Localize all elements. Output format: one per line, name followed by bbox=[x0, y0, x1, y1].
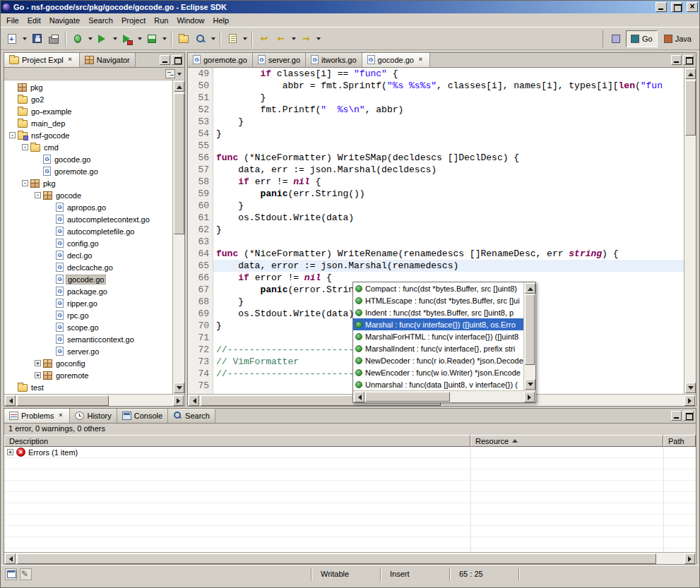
tree-item-gocode-go[interactable]: gocode.go bbox=[4, 273, 172, 285]
window-maximize-button[interactable] bbox=[671, 2, 682, 12]
code-line-53[interactable]: } bbox=[213, 116, 684, 128]
back-button[interactable] bbox=[273, 30, 290, 47]
tree-item-apropos-go[interactable]: apropos.go bbox=[4, 201, 172, 213]
problems-horizontal-scrollbar[interactable] bbox=[4, 552, 696, 564]
popup-horizontal-scrollbar[interactable] bbox=[353, 390, 535, 402]
scrollbar-thumb[interactable] bbox=[174, 93, 184, 234]
code-line-60[interactable]: } bbox=[213, 200, 684, 212]
maximize-view-button[interactable] bbox=[172, 55, 182, 65]
problems-row[interactable]: +Errors (1 item) bbox=[4, 447, 696, 458]
code-line-54[interactable]: } bbox=[213, 128, 684, 140]
perspective-go-button[interactable]: Go bbox=[626, 30, 658, 47]
editor-mark-icon[interactable] bbox=[20, 568, 32, 580]
code-line-58[interactable]: if err != nil { bbox=[213, 176, 684, 188]
completion-item[interactable]: HTMLEscape : func(dst *bytes.Buffer, src… bbox=[353, 294, 523, 306]
collapse-icon[interactable]: - bbox=[22, 180, 28, 186]
tree-item-server-go[interactable]: server.go bbox=[4, 345, 172, 357]
explorer-vertical-scrollbar[interactable] bbox=[172, 80, 184, 394]
scrollbar-thumb[interactable] bbox=[525, 294, 535, 365]
scroll-left-icon[interactable] bbox=[5, 553, 16, 564]
annotations-dropdown-button[interactable] bbox=[241, 30, 249, 47]
open-perspective-button[interactable] bbox=[607, 30, 624, 47]
code-line-57[interactable]: data, err := json.Marshal(decldescs) bbox=[213, 164, 684, 176]
expand-icon[interactable]: + bbox=[35, 360, 41, 366]
code-line-61[interactable]: os.Stdout.Write(data) bbox=[213, 212, 684, 224]
collapse-all-icon[interactable] bbox=[165, 69, 175, 78]
print-button[interactable] bbox=[45, 30, 62, 47]
view-tab-history[interactable]: History bbox=[70, 408, 117, 423]
view-tab-search[interactable]: Search bbox=[168, 408, 215, 423]
scroll-left-icon[interactable] bbox=[189, 395, 199, 406]
scrollbar-thumb[interactable] bbox=[685, 80, 696, 136]
expand-icon[interactable]: + bbox=[35, 372, 41, 378]
close-icon[interactable] bbox=[66, 56, 74, 64]
menu-window[interactable]: Window bbox=[172, 15, 208, 26]
column-header-path[interactable]: Path bbox=[663, 435, 696, 447]
new-dropdown-button[interactable] bbox=[20, 30, 28, 47]
tree-item-pkg[interactable]: pkg bbox=[4, 81, 172, 93]
collapse-icon[interactable]: - bbox=[9, 132, 16, 138]
fast-view-icon[interactable] bbox=[5, 568, 17, 580]
tree-item-semanticcontext-go[interactable]: semanticcontext.go bbox=[4, 333, 172, 345]
window-close-button[interactable] bbox=[687, 2, 698, 12]
code-line-65[interactable]: data, error := json.Marshal(renamedescs) bbox=[213, 260, 684, 272]
completion-item[interactable]: Compact : func(dst *bytes.Buffer, src []… bbox=[353, 282, 523, 294]
scroll-right-icon[interactable] bbox=[173, 395, 184, 406]
run-dropdown-button[interactable] bbox=[111, 30, 119, 47]
completion-item[interactable]: NewEncoder : func(w io.Writer) *json.Enc… bbox=[353, 366, 523, 378]
tree-item-autocompletecontext-go[interactable]: autocompletecontext.go bbox=[4, 213, 172, 225]
editor-tab-gocode-go[interactable]: gocode.go bbox=[362, 52, 430, 67]
view-tab-project-expl[interactable]: Project Expl bbox=[4, 52, 80, 67]
scroll-right-icon[interactable] bbox=[684, 395, 695, 406]
menu-project[interactable]: Project bbox=[117, 15, 150, 26]
scroll-up-icon[interactable] bbox=[525, 283, 535, 294]
run-button[interactable] bbox=[94, 30, 111, 47]
scroll-up-icon[interactable] bbox=[174, 81, 184, 92]
completion-item[interactable]: Indent : func(dst *bytes.Buffer, src []u… bbox=[353, 306, 523, 318]
close-icon[interactable] bbox=[417, 56, 425, 64]
tree-item-goconfig[interactable]: +goconfig bbox=[4, 357, 172, 369]
scroll-right-icon[interactable] bbox=[524, 392, 535, 402]
tree-item-gocode-go[interactable]: gocode.go bbox=[4, 153, 172, 165]
column-header-description[interactable]: Description bbox=[4, 435, 470, 447]
last-edit-button[interactable] bbox=[256, 30, 273, 47]
code-line-52[interactable]: fmt.Printf(" %s\n", abbr) bbox=[213, 104, 684, 116]
completion-item[interactable]: MarshalForHTML : func(v interface{}) ([]… bbox=[353, 330, 523, 342]
tree-item-cmd[interactable]: -cmd bbox=[4, 141, 172, 153]
code-line-55[interactable] bbox=[213, 140, 684, 152]
menu-help[interactable]: Help bbox=[209, 15, 234, 26]
minimize-view-button[interactable] bbox=[671, 55, 682, 65]
search-button[interactable] bbox=[192, 30, 209, 47]
view-tab-problems[interactable]: Problems bbox=[4, 408, 70, 423]
forward-button[interactable] bbox=[297, 30, 314, 47]
menu-edit[interactable]: Edit bbox=[23, 15, 45, 26]
scrollbar-thumb[interactable] bbox=[17, 395, 109, 406]
forward-dropdown-button[interactable] bbox=[314, 30, 322, 47]
collapse-icon[interactable]: - bbox=[22, 144, 28, 150]
tree-item-rpc-go[interactable]: rpc.go bbox=[4, 309, 172, 321]
tree-item-goremote-go[interactable]: goremote.go bbox=[4, 165, 172, 177]
debug-button[interactable] bbox=[69, 30, 86, 47]
completion-item[interactable]: NewDecoder : func(r io.Reader) *json.Dec… bbox=[353, 354, 523, 366]
view-tab-console[interactable]: Console bbox=[117, 408, 168, 423]
window-minimize-button[interactable] bbox=[655, 2, 667, 12]
tree-item-declcache-go[interactable]: declcache.go bbox=[4, 261, 172, 273]
new-button[interactable] bbox=[4, 30, 20, 47]
tree-item-pkg[interactable]: -pkg bbox=[4, 177, 172, 189]
back-dropdown-button[interactable] bbox=[290, 30, 297, 47]
tree-item-ripper-go[interactable]: ripper.go bbox=[4, 297, 172, 309]
code-line-62[interactable]: } bbox=[213, 224, 684, 236]
maximize-view-button[interactable] bbox=[683, 411, 694, 421]
debug-dropdown-button[interactable] bbox=[86, 30, 94, 47]
explorer-horizontal-scrollbar[interactable] bbox=[4, 394, 184, 406]
scrollbar-thumb[interactable] bbox=[17, 553, 656, 564]
menu-file[interactable]: File bbox=[2, 15, 23, 26]
code-line-51[interactable]: } bbox=[213, 92, 684, 104]
code-line-63[interactable] bbox=[213, 236, 684, 248]
scroll-down-icon[interactable] bbox=[685, 383, 696, 393]
scroll-right-icon[interactable] bbox=[684, 553, 695, 564]
save-button[interactable] bbox=[28, 30, 45, 47]
tree-item-gocode[interactable]: -gocode bbox=[4, 189, 172, 201]
code-line-64[interactable]: func (*NiceFormatter) WriteRename(rename… bbox=[213, 248, 684, 260]
tree-item-package-go[interactable]: package.go bbox=[4, 285, 172, 297]
